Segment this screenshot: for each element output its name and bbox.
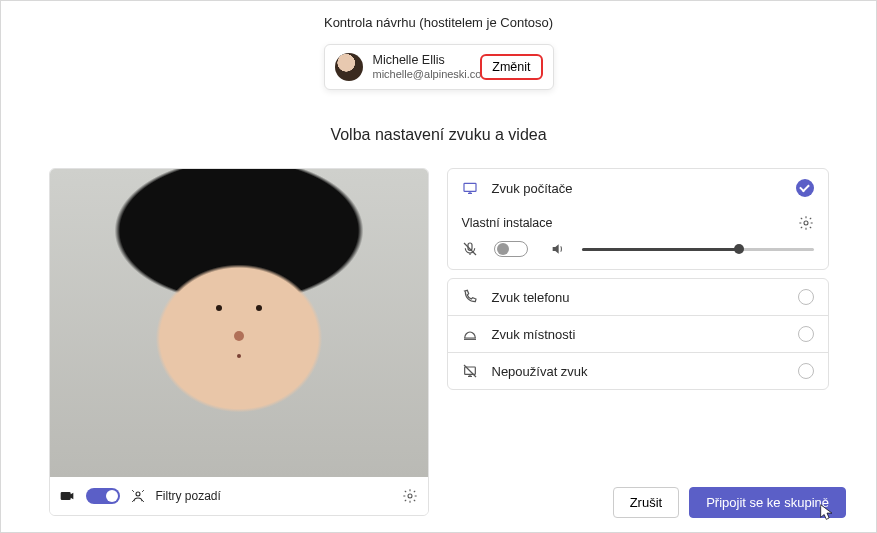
cancel-button[interactable]: Zrušit	[613, 487, 680, 518]
custom-setup-label: Vlastní instalace	[462, 216, 784, 230]
av-settings-heading: Volba nastavení zvuku a videa	[330, 126, 546, 144]
audio-option-computer-label: Zvuk počítače	[492, 181, 782, 196]
room-icon	[462, 326, 478, 342]
mic-toggle[interactable]	[494, 241, 528, 257]
audio-option-none-label: Nepoužívat zvuk	[492, 364, 784, 379]
camera-icon	[60, 488, 76, 504]
background-effects-icon	[130, 488, 146, 504]
camera-toggle[interactable]	[86, 488, 120, 504]
audio-option-phone[interactable]: Zvuk telefonu	[448, 279, 828, 315]
meeting-title: Kontrola návrhu (hostitelem je Contoso)	[324, 15, 553, 30]
svg-rect-2	[464, 184, 476, 192]
volume-slider[interactable]	[582, 248, 814, 251]
video-preview-panel: Filtry pozadí	[49, 168, 429, 516]
audio-option-none[interactable]: Nepoužívat zvuk	[448, 352, 828, 389]
mic-muted-icon	[462, 241, 478, 257]
footer-actions: Zrušit Připojit se ke skupině	[613, 487, 846, 518]
video-controls-bar: Filtry pozadí	[50, 477, 428, 515]
audio-computer-card: Zvuk počítače Vlastní instalace	[447, 168, 829, 270]
change-identity-button[interactable]: Změnit	[480, 54, 542, 80]
audio-option-computer-radio[interactable]	[796, 179, 814, 197]
speaker-icon	[550, 241, 566, 257]
audio-option-room[interactable]: Zvuk místnosti	[448, 315, 828, 352]
audio-settings-gear-icon[interactable]	[798, 215, 814, 231]
video-preview	[50, 169, 428, 477]
svg-point-0	[136, 492, 140, 496]
phone-icon	[462, 289, 478, 305]
cursor-icon	[820, 504, 834, 522]
audio-option-computer[interactable]: Zvuk počítače	[448, 169, 828, 207]
identity-email: michelle@alpineski.com	[373, 68, 471, 81]
audio-option-phone-label: Zvuk telefonu	[492, 290, 784, 305]
video-settings-gear-icon[interactable]	[402, 488, 418, 504]
computer-audio-icon	[462, 180, 478, 196]
audio-option-room-label: Zvuk místnosti	[492, 327, 784, 342]
background-filters-button[interactable]: Filtry pozadí	[156, 489, 221, 503]
identity-card: Michelle Ellis michelle@alpineski.com Zm…	[324, 44, 554, 90]
audio-option-phone-radio[interactable]	[798, 289, 814, 305]
audio-options-panel: Zvuk počítače Vlastní instalace	[447, 168, 829, 516]
svg-point-3	[804, 221, 808, 225]
no-audio-icon	[462, 363, 478, 379]
audio-option-none-radio[interactable]	[798, 363, 814, 379]
avatar	[335, 53, 363, 81]
svg-point-1	[408, 494, 412, 498]
identity-name: Michelle Ellis	[373, 53, 471, 68]
audio-option-room-radio[interactable]	[798, 326, 814, 342]
